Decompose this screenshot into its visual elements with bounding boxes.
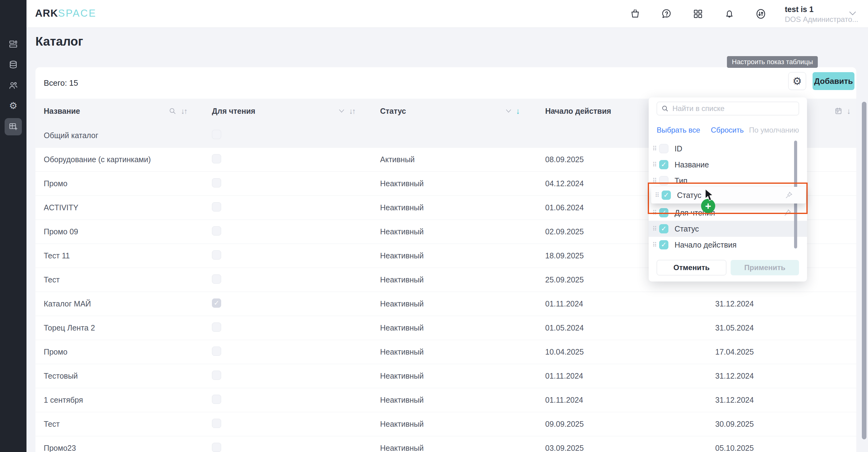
sort-desc-active-icon[interactable]: ↓: [516, 106, 520, 116]
main-content: Каталог Всего: 15 ⚙ Добавить Название ↓↑…: [27, 28, 868, 452]
dragged-column-option[interactable]: ⠿ Статус: [651, 187, 806, 203]
sort-icon[interactable]: ↓↑: [349, 107, 355, 116]
sidebar-item-settings[interactable]: ⚙: [5, 97, 22, 114]
column-option[interactable]: ⠿ Тип: [649, 173, 807, 189]
read-checkbox[interactable]: [212, 130, 221, 139]
pin-icon[interactable]: [784, 209, 792, 218]
reset-link[interactable]: Сбросить: [711, 126, 744, 134]
table-row[interactable]: Тестовый Неактивный 01.11.2024 31.12.202…: [35, 364, 856, 388]
column-header-name[interactable]: Название ↓↑: [35, 98, 204, 123]
read-checkbox[interactable]: [212, 322, 221, 332]
cell-start: 09.09.2025: [537, 420, 707, 429]
sort-desc-icon[interactable]: ↓: [847, 106, 851, 116]
chevron-down-icon[interactable]: [339, 109, 345, 113]
drag-handle-icon[interactable]: ⠿: [652, 241, 659, 249]
page-scrollbar-thumb[interactable]: [862, 102, 866, 440]
read-checkbox[interactable]: [212, 154, 221, 163]
help-button[interactable]: [660, 8, 673, 20]
sort-icon[interactable]: ↓↑: [181, 107, 187, 116]
column-option[interactable]: ⠿ ID: [649, 141, 807, 157]
table-row[interactable]: 1 сентября Неактивный 01.11.2024 31.12.2…: [35, 388, 856, 412]
read-checkbox[interactable]: [212, 346, 221, 356]
cell-name: Промо: [35, 179, 204, 188]
sidebar-item-dashboard[interactable]: [5, 35, 22, 53]
user-name: test is 1: [785, 5, 859, 14]
gear-icon: ⚙: [9, 101, 18, 110]
drag-handle-icon[interactable]: ⠿: [652, 177, 659, 185]
default-link[interactable]: По умолчанию: [749, 126, 799, 135]
database-icon: [9, 60, 18, 69]
notifications-button[interactable]: [723, 8, 736, 20]
cell-start: 03.09.2025: [537, 444, 707, 452]
cancel-button[interactable]: Отменить: [657, 260, 726, 275]
table-row[interactable]: Промо Неактивный 10.04.2025 17.04.2025: [35, 340, 856, 364]
table-row[interactable]: Тест Неактивный 09.09.2025 30.09.2025: [35, 412, 856, 436]
basket-button[interactable]: [629, 8, 641, 20]
cell-status: Неактивный: [372, 179, 537, 188]
calendar-icon[interactable]: [834, 107, 842, 115]
column-option[interactable]: ⠿ Название: [649, 157, 807, 173]
drag-handle-icon[interactable]: ⠿: [652, 225, 659, 232]
cell-status: Неактивный: [372, 347, 537, 357]
chevron-down-icon[interactable]: [505, 109, 512, 113]
user-menu-chevron[interactable]: [848, 10, 857, 17]
sidebar-item-users[interactable]: [5, 77, 22, 94]
read-checkbox[interactable]: [212, 443, 221, 452]
cell-status: Активный: [372, 155, 537, 164]
column-option-highlighted[interactable]: ⠿ Статус: [649, 221, 807, 237]
apply-button[interactable]: Применить: [731, 260, 799, 275]
sidebar-item-catalog[interactable]: [5, 118, 22, 135]
cell-name: Промо23: [35, 444, 204, 452]
read-checkbox[interactable]: [212, 250, 221, 260]
transfer-button[interactable]: [755, 8, 767, 20]
cell-name: ACTIVITY: [35, 203, 204, 212]
column-checkbox-checked[interactable]: [659, 240, 669, 249]
dashboard-icon: [9, 39, 18, 49]
drag-handle-icon[interactable]: ⠿: [652, 161, 659, 168]
read-checkbox[interactable]: [212, 371, 221, 380]
cell-name: Общий каталог: [35, 131, 204, 140]
brand-ark: ARK: [35, 7, 58, 19]
read-checkbox[interactable]: [212, 395, 221, 404]
column-option[interactable]: ⠿ Для чтения: [649, 205, 807, 221]
brand-space: SPACE: [58, 7, 96, 19]
select-all-link[interactable]: Выбрать все: [657, 126, 700, 134]
popover-search[interactable]: [657, 102, 799, 115]
chevron-down-icon: [848, 10, 857, 16]
page-scrollbar[interactable]: [860, 28, 868, 452]
table-settings-button[interactable]: ⚙: [788, 72, 806, 90]
popover-search-input[interactable]: [673, 104, 789, 113]
search-icon[interactable]: [168, 107, 177, 115]
column-checkbox-checked[interactable]: [659, 208, 669, 217]
cell-name: Промо: [35, 347, 204, 357]
table-plus-icon: [9, 122, 18, 131]
column-header-status[interactable]: Статус ↓: [372, 98, 537, 123]
cell-status: Неактивный: [372, 323, 537, 332]
read-checkbox[interactable]: [212, 226, 221, 235]
cell-start: 01.11.2024: [537, 396, 707, 404]
drag-handle-icon[interactable]: ⠿: [652, 209, 659, 217]
column-header-read[interactable]: Для чтения ↓↑: [204, 98, 372, 123]
read-checkbox[interactable]: [212, 275, 221, 284]
topbar: ARKSPACE test is 1 DOS Администрато...: [27, 0, 868, 28]
drag-handle-icon[interactable]: ⠿: [652, 145, 659, 152]
column-checkbox-checked[interactable]: [659, 224, 669, 233]
column-checkbox[interactable]: [659, 144, 669, 153]
column-checkbox-checked[interactable]: [659, 160, 669, 169]
table-row[interactable]: Промо23 Неактивный 03.09.2025 05.10.2025: [35, 436, 856, 452]
read-checkbox[interactable]: [212, 202, 221, 211]
cell-status: Неактивный: [372, 203, 537, 212]
table-row[interactable]: Каталог МАЙ Неактивный 01.11.2024 31.12.…: [35, 292, 856, 316]
cell-start: 01.11.2024: [537, 371, 707, 380]
user-menu[interactable]: test is 1 DOS Администрато...: [785, 5, 859, 24]
column-checkbox[interactable]: [659, 176, 669, 185]
column-option[interactable]: ⠿ Начало действия: [649, 237, 807, 253]
read-checkbox[interactable]: [212, 419, 221, 428]
sidebar-item-database[interactable]: [5, 56, 22, 74]
read-checkbox-checked[interactable]: [212, 299, 221, 308]
add-button[interactable]: Добавить: [812, 72, 855, 90]
cell-name: Тестовый: [35, 371, 204, 380]
apps-button[interactable]: [692, 8, 704, 20]
read-checkbox[interactable]: [212, 178, 221, 188]
table-row[interactable]: Торец Лента 2 Неактивный 01.05.2024 31.0…: [35, 316, 856, 340]
